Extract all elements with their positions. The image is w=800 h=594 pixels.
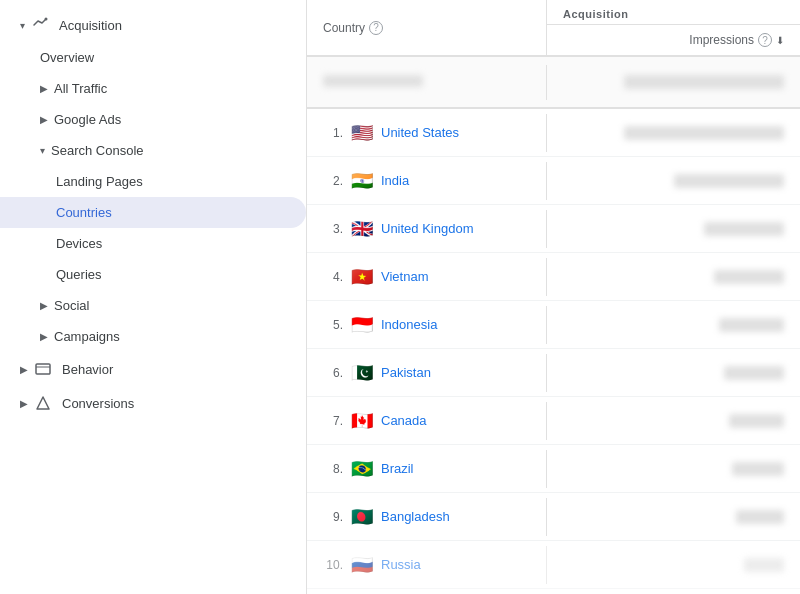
country-flag: 🇮🇩 [351, 316, 373, 334]
acquisition-group-label: Acquisition [563, 8, 628, 20]
row-number: 5. [323, 318, 343, 332]
sidebar-item-campaigns[interactable]: ▶ Campaigns [0, 321, 306, 352]
column-country-header: Country ? [307, 0, 547, 55]
impressions-value-blurred [744, 558, 784, 572]
cell-country: 2. 🇮🇳 India [307, 162, 547, 200]
sidebar-item-label: Google Ads [54, 112, 121, 127]
row-number: 3. [323, 222, 343, 236]
arrow-icon: ▶ [20, 364, 28, 375]
cell-impressions [547, 500, 800, 534]
column-country-label: Country [323, 21, 365, 35]
country-name[interactable]: Vietnam [381, 269, 428, 284]
sidebar-item-search-console[interactable]: ▾ Search Console [0, 135, 306, 166]
impressions-value-blurred [704, 222, 784, 236]
country-name[interactable]: United Kingdom [381, 221, 474, 236]
impressions-value-blurred [719, 318, 784, 332]
country-flag: 🇧🇩 [351, 508, 373, 526]
country-flag: 🇨🇦 [351, 412, 373, 430]
sidebar-item-devices[interactable]: Devices [0, 228, 306, 259]
table-row: 6. 🇵🇰 Pakistan [307, 349, 800, 397]
svg-marker-3 [37, 397, 49, 409]
country-name[interactable]: Bangladesh [381, 509, 450, 524]
behavior-icon [34, 360, 52, 378]
country-name[interactable]: Canada [381, 413, 427, 428]
arrow-icon: ▶ [40, 114, 48, 125]
table-row: 2. 🇮🇳 India [307, 157, 800, 205]
cell-country: 4. 🇻🇳 Vietnam [307, 258, 547, 296]
sidebar-item-label: Landing Pages [56, 174, 143, 189]
data-table: Country ? Acquisition Impressions ? ⬇ [307, 0, 800, 589]
sidebar-item-social[interactable]: ▶ Social [0, 290, 306, 321]
impressions-value-blurred [724, 366, 784, 380]
svg-rect-1 [36, 364, 50, 374]
column-impressions-header[interactable]: Impressions ? ⬇ [547, 25, 800, 55]
table-body: 1. 🇺🇸 United States 2. 🇮🇳 India 3. 🇬🇧 Un… [307, 109, 800, 589]
sidebar-item-label: Overview [40, 50, 94, 65]
sidebar-item-conversions[interactable]: ▶ Conversions [0, 386, 306, 420]
country-flag: 🇮🇳 [351, 172, 373, 190]
cell-country: 8. 🇧🇷 Brazil [307, 450, 547, 488]
arrow-icon: ▶ [40, 83, 48, 94]
impressions-value-blurred [624, 126, 784, 140]
row-number: 4. [323, 270, 343, 284]
sidebar-item-landing-pages[interactable]: Landing Pages [0, 166, 306, 197]
cell-impressions [547, 548, 800, 582]
sidebar-item-behavior[interactable]: ▶ Behavior [0, 352, 306, 386]
expand-icon: ▾ [20, 20, 25, 31]
cell-country: 9. 🇧🇩 Bangladesh [307, 498, 547, 536]
cell-impressions [547, 308, 800, 342]
cell-country: 5. 🇮🇩 Indonesia [307, 306, 547, 344]
country-flag: 🇷🇺 [351, 556, 373, 574]
country-name[interactable]: Brazil [381, 461, 414, 476]
impressions-value-blurred [732, 462, 784, 476]
sidebar-item-label: Campaigns [54, 329, 120, 344]
country-name[interactable]: Pakistan [381, 365, 431, 380]
country-flag: 🇬🇧 [351, 220, 373, 238]
sidebar: ▾ Acquisition Overview ▶ All Traffic ▶ G… [0, 0, 307, 594]
svg-point-0 [45, 18, 48, 21]
cell-impressions [547, 452, 800, 486]
impressions-value-blurred [729, 414, 784, 428]
impressions-value-blurred [674, 174, 784, 188]
total-value-blurred [624, 75, 784, 89]
expand-icon: ▾ [40, 145, 45, 156]
sidebar-item-label: Social [54, 298, 89, 313]
sort-icon: ⬇ [776, 35, 784, 46]
sidebar-item-label: Queries [56, 267, 102, 282]
cell-impressions [547, 116, 800, 150]
total-cell-value [547, 65, 800, 99]
sidebar-item-label: All Traffic [54, 81, 107, 96]
row-number: 7. [323, 414, 343, 428]
sidebar-item-countries[interactable]: Countries [0, 197, 306, 228]
impressions-help-icon[interactable]: ? [758, 33, 772, 47]
arrow-icon: ▶ [40, 300, 48, 311]
row-number: 9. [323, 510, 343, 524]
cell-impressions [547, 404, 800, 438]
country-help-icon[interactable]: ? [369, 21, 383, 35]
sidebar-item-queries[interactable]: Queries [0, 259, 306, 290]
country-flag: 🇧🇷 [351, 460, 373, 478]
acquisition-sub-headers: Impressions ? ⬇ [547, 25, 800, 55]
table-row: 5. 🇮🇩 Indonesia [307, 301, 800, 349]
cell-impressions [547, 164, 800, 198]
country-name[interactable]: India [381, 173, 409, 188]
country-name[interactable]: Russia [381, 557, 421, 572]
row-number: 2. [323, 174, 343, 188]
sidebar-item-label: Search Console [51, 143, 144, 158]
sidebar-item-label: Conversions [62, 396, 134, 411]
arrow-icon: ▶ [20, 398, 28, 409]
table-total-row [307, 57, 800, 109]
country-name[interactable]: Indonesia [381, 317, 437, 332]
sidebar-item-overview[interactable]: Overview [0, 42, 306, 73]
country-name[interactable]: United States [381, 125, 459, 140]
arrow-icon: ▶ [40, 331, 48, 342]
table-row: 10. 🇷🇺 Russia [307, 541, 800, 589]
country-flag: 🇺🇸 [351, 124, 373, 142]
sidebar-item-all-traffic[interactable]: ▶ All Traffic [0, 73, 306, 104]
sidebar-item-label: Devices [56, 236, 102, 251]
cell-country: 1. 🇺🇸 United States [307, 114, 547, 152]
sidebar-item-google-ads[interactable]: ▶ Google Ads [0, 104, 306, 135]
cell-country: 10. 🇷🇺 Russia [307, 546, 547, 584]
sidebar-item-acquisition[interactable]: ▾ Acquisition [0, 8, 306, 42]
table-header: Country ? Acquisition Impressions ? ⬇ [307, 0, 800, 57]
